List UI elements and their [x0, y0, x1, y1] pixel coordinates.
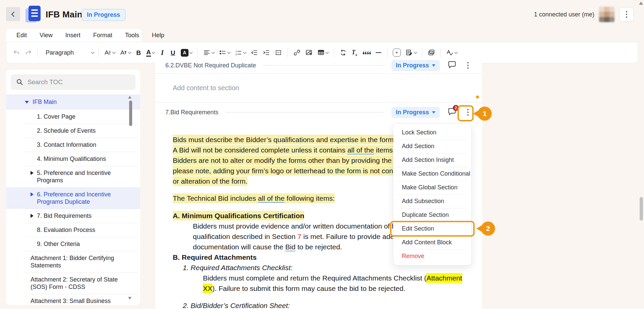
- search-input[interactable]: [28, 78, 118, 86]
- kebab-icon: [626, 11, 627, 18]
- section-status-dropdown[interactable]: In Progress: [391, 107, 440, 118]
- window-scrollbar-thumb[interactable]: [640, 197, 643, 221]
- toc-item-label: Attachment 1: Bidder Certifying Statemen…: [31, 254, 134, 269]
- font-size-button[interactable]: [117, 47, 133, 59]
- toc-item[interactable]: Attachment 3: Small Business Preference …: [6, 294, 140, 305]
- spellcheck-button[interactable]: [444, 47, 460, 59]
- toc-item-label: 4. Minimum Qualifications: [37, 155, 106, 163]
- document-line: 2. Bid/Bidder’s Certification Sheet:: [183, 300, 482, 309]
- clear-formatting-icon: Tx: [352, 49, 357, 57]
- document-status-badge[interactable]: In Progress: [82, 9, 125, 21]
- insert-image-button[interactable]: [303, 47, 315, 59]
- expand-arrow-icon[interactable]: [31, 214, 34, 218]
- toc-item[interactable]: 3. Contact Information: [6, 138, 140, 152]
- menu-help[interactable]: Help: [152, 32, 164, 39]
- back-button[interactable]: [6, 7, 20, 21]
- expand-arrow-icon[interactable]: [31, 171, 34, 175]
- text-segment: Attachment: [426, 273, 462, 283]
- highlight-color-button[interactable]: A: [178, 47, 195, 59]
- toc-search[interactable]: [11, 74, 136, 90]
- document-line: Bidders must complete and return the Req…: [203, 273, 482, 283]
- text-segment: or alteration of the form.: [173, 176, 248, 186]
- sidebar-scroll-up-arrow[interactable]: [128, 96, 131, 99]
- section-comments-button[interactable]: [447, 60, 457, 71]
- redo-icon: [25, 49, 32, 56]
- insert-table-button[interactable]: [315, 47, 331, 59]
- context-menu-item-edit-section[interactable]: Edit Section: [393, 222, 471, 236]
- toc-item[interactable]: 6. Preference and Incentive Programs Dup…: [6, 187, 140, 209]
- sidebar-scroll-down-arrow[interactable]: [128, 297, 131, 300]
- toc-item[interactable]: 4. Minimum Qualifications: [6, 152, 140, 166]
- horizontal-rule-button[interactable]: [373, 47, 384, 59]
- text-segment: following items:: [284, 193, 334, 203]
- toc-item-label: Attachment 2: Secretary of State (SOS) F…: [31, 276, 134, 291]
- expand-arrow-icon[interactable]: [31, 192, 34, 196]
- toc-item[interactable]: 2. Schedule of Events: [6, 124, 140, 138]
- toc-root-item[interactable]: IFB Main: [6, 95, 140, 110]
- page-break-button[interactable]: [272, 47, 284, 59]
- text-segment: Bid: [285, 243, 296, 251]
- context-menu-item-add-section[interactable]: Add Section: [393, 139, 471, 153]
- section-header-current: 7.Bid Requirements In Progress 2: [155, 103, 482, 122]
- section-kebab-menu-button[interactable]: [462, 106, 474, 118]
- toc-tree: IFB Main 1. Cover Page2. Schedule of Eve…: [6, 95, 140, 305]
- clear-formatting-button[interactable]: Tx: [349, 47, 360, 59]
- numbered-list-button[interactable]: 12: [232, 47, 248, 59]
- section-status-dropdown[interactable]: In Progress: [391, 60, 440, 71]
- menu-insert[interactable]: Insert: [65, 32, 80, 39]
- find-replace-button[interactable]: [337, 47, 349, 59]
- context-menu-item-add-section-insight[interactable]: Add Section Insight: [393, 153, 471, 167]
- font-family-button[interactable]: [102, 47, 117, 59]
- context-menu-item-lock-section[interactable]: Lock Section: [393, 126, 471, 139]
- approvals-button[interactable]: [425, 47, 437, 59]
- collapse-arrow-icon[interactable]: [25, 101, 29, 104]
- underline-button[interactable]: U: [168, 47, 178, 59]
- paragraph-style-dropdown[interactable]: Paragraph: [41, 46, 95, 59]
- section-content-placeholder[interactable]: Add content to section: [155, 74, 482, 102]
- italic-button[interactable]: I: [157, 47, 168, 59]
- toc-item[interactable]: 8. Evaluation Process: [6, 223, 140, 237]
- link-button[interactable]: [291, 47, 303, 59]
- template-button[interactable]: [403, 47, 419, 59]
- menu-edit[interactable]: Edit: [16, 32, 27, 39]
- toc-item[interactable]: Attachment 1: Bidder Certifying Statemen…: [6, 251, 140, 272]
- undo-icon: [13, 49, 20, 56]
- redo-button[interactable]: [22, 47, 35, 59]
- section-kebab-menu-button[interactable]: [462, 59, 474, 71]
- avatar[interactable]: [599, 7, 614, 22]
- text-segment: Bids must describe the Bidder’s qualific…: [173, 135, 399, 144]
- link-icon: [293, 49, 301, 56]
- context-menu-item-remove[interactable]: Remove: [393, 249, 471, 263]
- toc-item[interactable]: Attachment 2: Secretary of State (SOS) F…: [6, 272, 140, 294]
- undo-button[interactable]: [10, 47, 22, 59]
- context-menu-item-duplicate-section[interactable]: Duplicate Section: [393, 208, 471, 222]
- toc-root-label: IFB Main: [33, 99, 57, 106]
- align-button[interactable]: [201, 47, 217, 59]
- toc-item[interactable]: 9. Other Criteria: [6, 237, 140, 251]
- menu-tools[interactable]: Tools: [125, 32, 139, 39]
- menu-format[interactable]: Format: [93, 32, 112, 39]
- bullet-list-icon: [219, 49, 226, 56]
- context-menu-item-make-section-conditional[interactable]: Make Section Conditional: [393, 167, 471, 181]
- toc-item[interactable]: 5. Preference and Incentive Programs: [6, 166, 140, 187]
- context-menu-item-make-global-section[interactable]: Make Global Section: [393, 181, 471, 194]
- header-kebab-menu-button[interactable]: [619, 7, 634, 22]
- font-color-button[interactable]: A: [144, 47, 157, 59]
- blockquote-button[interactable]: ““: [360, 47, 373, 59]
- toc-item[interactable]: 1. Cover Page: [6, 110, 140, 124]
- section-comments-button[interactable]: 2: [447, 107, 457, 118]
- numbered-list-icon: 12: [235, 49, 242, 56]
- window-scroll-up-arrow[interactable]: [639, 2, 643, 5]
- insert-block-button[interactable]: +: [390, 47, 403, 59]
- text-segment: A. Minimum Qualifications Certification: [173, 211, 304, 221]
- font-family-icon: [104, 49, 111, 56]
- indent-button[interactable]: [260, 47, 272, 59]
- bold-button[interactable]: B: [133, 47, 144, 59]
- context-menu-item-add-subsection[interactable]: Add Subsection: [393, 194, 471, 208]
- menu-view[interactable]: View: [40, 32, 53, 39]
- sidebar-scrollbar-thumb[interactable]: [129, 101, 132, 126]
- context-menu-item-add-content-block[interactable]: Add Content Block: [393, 236, 471, 249]
- toc-item[interactable]: 7. Bid Requirements: [6, 209, 140, 223]
- bullet-list-button[interactable]: [217, 47, 232, 59]
- outdent-button[interactable]: [248, 47, 260, 59]
